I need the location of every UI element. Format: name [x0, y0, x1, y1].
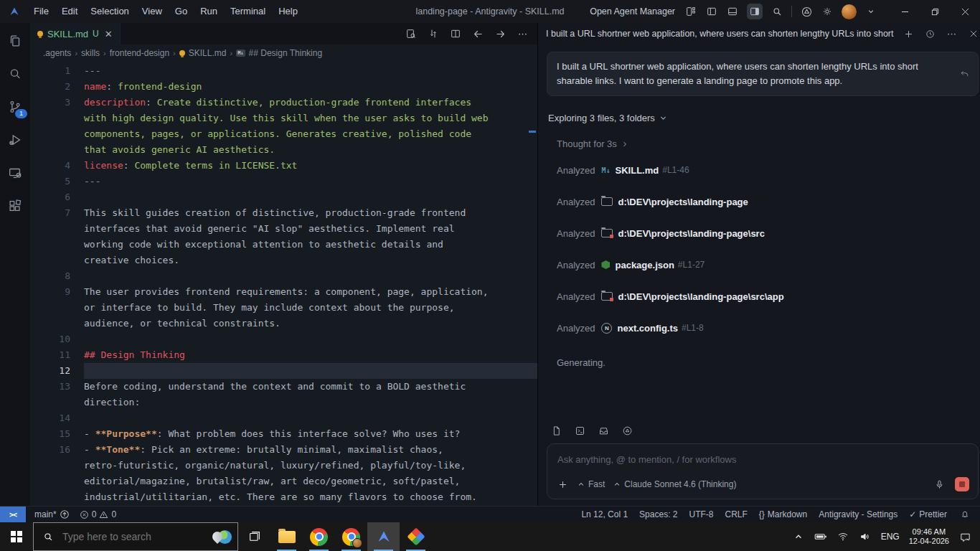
code-line[interactable]: 13Before coding, understand the context … — [30, 379, 537, 395]
antigravity-app-button[interactable] — [367, 522, 400, 551]
chat-step[interactable]: Analyzedd:\DEV\projects\landing-page\src — [557, 217, 980, 249]
code-line[interactable]: audience, or technical constraints. — [30, 316, 537, 331]
user-avatar[interactable] — [842, 4, 857, 19]
chat-conversation-title[interactable]: I built a URL shortner web application, … — [546, 29, 894, 39]
code-line[interactable]: 4license: Complete terms in LICENSE.txt — [30, 158, 537, 174]
toggle-right-sidebar-icon[interactable] — [747, 4, 763, 19]
browser-icon[interactable] — [800, 5, 813, 18]
code-line[interactable]: 9The user provides frontend requirements… — [30, 284, 537, 300]
code-line[interactable]: 7This skill guides creation of distincti… — [30, 205, 537, 221]
code-line[interactable]: 10 — [30, 331, 537, 347]
minimize-button[interactable] — [890, 0, 920, 23]
browser-preview-icon[interactable] — [621, 424, 633, 437]
tab-close-icon[interactable]: ✕ — [105, 29, 113, 39]
breadcrumb-item[interactable]: SKILL.md — [189, 48, 227, 58]
breadcrumb-item[interactable]: ## Design Thinking — [249, 48, 323, 58]
agent-manager-icon[interactable] — [684, 5, 697, 18]
menu-go[interactable]: Go — [169, 0, 194, 23]
input-language[interactable]: ENG — [881, 532, 900, 542]
breadcrumb-item[interactable]: skills — [81, 48, 100, 58]
taskbar-search-input[interactable] — [61, 530, 212, 543]
terminal-icon[interactable] — [573, 424, 586, 437]
remote-indicator[interactable]: >< — [0, 507, 26, 522]
code-line[interactable]: direction: — [30, 395, 537, 410]
code-line[interactable]: 16- **Tone**: Pick an extreme: brutally … — [30, 442, 537, 458]
problems-item[interactable]: 0 0 — [80, 509, 116, 519]
new-chat-icon[interactable] — [903, 27, 915, 40]
chat-step[interactable]: Analyzedd:\DEV\projects\landing-page\src… — [557, 281, 980, 312]
open-preview-icon[interactable] — [405, 27, 418, 40]
explorer-icon[interactable] — [1, 27, 29, 55]
chat-step[interactable]: Analyzedd:\DEV\projects\landing-page — [557, 186, 980, 217]
file-link[interactable]: next.config.ts — [617, 323, 678, 334]
code-line[interactable]: creative choices. — [30, 253, 537, 268]
code-line[interactable]: 5--- — [30, 174, 537, 189]
model-selector[interactable]: Claude Sonnet 4.6 (Thinking) — [613, 479, 736, 489]
code-editor[interactable]: 1---2name: frontend-design3description: … — [30, 62, 537, 507]
breadcrumb-item[interactable]: frontend-design — [110, 48, 169, 58]
menu-view[interactable]: View — [136, 0, 169, 23]
file-link[interactable]: d:\DEV\projects\landing-page — [618, 197, 748, 207]
inbox-icon[interactable] — [597, 424, 610, 437]
chat-step[interactable]: AnalyzedM↓SKILL.md#L1-46 — [557, 154, 980, 186]
hidden-icons-chevron[interactable] — [792, 530, 805, 543]
file-link[interactable]: SKILL.md — [616, 165, 659, 176]
code-line[interactable]: retro-futuristic, organic/natural, luxur… — [30, 458, 537, 474]
battery-icon[interactable] — [814, 530, 827, 543]
file-link[interactable]: package.json — [615, 260, 674, 270]
menu-help[interactable]: Help — [272, 0, 304, 23]
thought-summary[interactable]: Thought for 3s — [557, 138, 980, 149]
volume-icon[interactable] — [859, 530, 872, 543]
start-button[interactable] — [0, 522, 33, 551]
add-context-icon[interactable] — [556, 478, 569, 491]
extensions-icon[interactable] — [1, 192, 29, 220]
task-view-button[interactable] — [238, 522, 270, 551]
stop-generation-button[interactable] — [955, 477, 969, 491]
encoding[interactable]: UTF-8 — [689, 509, 713, 519]
remote-explorer-icon[interactable] — [1, 159, 29, 187]
tab-skill-md[interactable]: SKILL.md U ✕ — [30, 23, 121, 44]
chat-input-box[interactable]: Fast Claude Sonnet 4.6 (Thinking) — [547, 443, 979, 499]
chat-step[interactable]: Analyzedpackage.json#L1-27 — [557, 249, 980, 281]
exploring-summary[interactable]: Exploring 3 files, 3 folders — [548, 113, 980, 123]
restore-button[interactable] — [920, 0, 950, 23]
menu-edit[interactable]: Edit — [55, 0, 84, 23]
code-line[interactable]: 3description: Create distinctive, produc… — [30, 95, 537, 110]
file-link[interactable]: d:\DEV\projects\landing-page\src — [618, 228, 764, 239]
code-line[interactable]: working code with exceptional attention … — [30, 237, 537, 253]
menu-run[interactable]: Run — [194, 0, 224, 23]
taskbar-search[interactable] — [33, 522, 238, 551]
git-branch-item[interactable]: main* — [34, 509, 70, 519]
chat-input[interactable] — [556, 453, 972, 466]
taskbar-clock[interactable]: 09:46 AM 12-04-2026 — [909, 527, 949, 546]
formatter-item[interactable]: ✓ Prettier — [909, 509, 947, 519]
wifi-icon[interactable] — [837, 530, 849, 543]
menu-selection[interactable]: Selection — [84, 0, 135, 23]
navigate-forward-icon[interactable] — [494, 27, 507, 40]
search-icon[interactable] — [771, 5, 783, 18]
more-actions-icon[interactable] — [516, 27, 529, 40]
cursor-position[interactable]: Ln 12, Col 1 — [581, 509, 628, 519]
notifications-bell-icon[interactable] — [958, 508, 971, 521]
source-control-icon[interactable]: 1 — [1, 93, 29, 121]
code-line[interactable]: that avoids generic AI aesthetics. — [30, 142, 537, 158]
toggle-panel-icon[interactable] — [726, 5, 739, 18]
revert-message-icon[interactable] — [959, 69, 970, 80]
code-line[interactable]: industrial/utilitarian, etc. There are s… — [30, 489, 537, 505]
breadcrumb-item[interactable]: .agents — [43, 48, 71, 58]
indentation[interactable]: Spaces: 2 — [639, 509, 677, 519]
action-center-icon[interactable] — [958, 530, 971, 543]
code-line[interactable]: components, pages, or applications. Gene… — [30, 126, 537, 142]
language-mode[interactable]: {} Markdown — [759, 509, 807, 519]
toggle-left-sidebar-icon[interactable] — [705, 5, 718, 18]
navigate-back-icon[interactable] — [471, 27, 484, 40]
code-line[interactable]: interfaces that avoid generic "AI slop" … — [30, 221, 537, 237]
eol-sequence[interactable]: CRLF — [725, 509, 747, 519]
history-icon[interactable] — [924, 27, 937, 40]
code-line[interactable]: 12 — [30, 363, 537, 379]
mode-selector[interactable]: Fast — [578, 479, 605, 489]
run-debug-icon[interactable] — [1, 126, 29, 154]
chat-step[interactable]: AnalyzedNnext.config.ts#L1-8 — [557, 312, 980, 344]
menu-terminal[interactable]: Terminal — [224, 0, 272, 23]
chat-more-icon[interactable] — [946, 27, 958, 40]
